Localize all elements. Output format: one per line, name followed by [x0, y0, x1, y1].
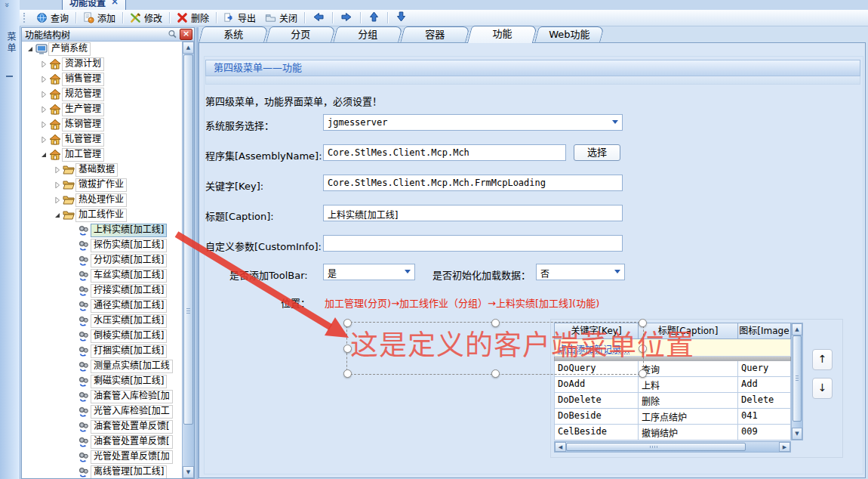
- resize-handle[interactable]: [491, 319, 500, 327]
- select-button[interactable]: 选择: [574, 144, 620, 161]
- tree-node[interactable]: 测量点实绩[加工线: [22, 359, 183, 374]
- tab-close-icon[interactable]: ×: [111, 0, 119, 6]
- collapsed-triangle-icon[interactable]: [38, 90, 49, 99]
- collapse-chevron-icon[interactable]: »: [2, 2, 12, 8]
- expanded-triangle-icon[interactable]: [52, 211, 63, 220]
- toolbar-button-modify[interactable]: 修改: [125, 11, 167, 25]
- custominfo-field[interactable]: [323, 235, 623, 252]
- tab-分页[interactable]: 分页: [266, 26, 336, 42]
- tree-node[interactable]: 光管处置单反馈[加: [22, 450, 183, 465]
- resize-handle[interactable]: [343, 319, 352, 327]
- tree-node[interactable]: 车丝实绩[加工线]: [22, 268, 183, 283]
- grid-hscrollbar-thumb[interactable]: [566, 443, 746, 451]
- resize-handle[interactable]: [491, 369, 500, 378]
- tree-node[interactable]: 油套管处置单反馈[: [22, 434, 183, 450]
- init-load-combo[interactable]: 否: [536, 264, 625, 280]
- menu-dock-strip[interactable]: » 菜单: [0, 0, 20, 479]
- resize-handle[interactable]: [639, 319, 647, 327]
- table-row[interactable]: DoDelete删除Delete: [554, 393, 791, 409]
- tree-node[interactable]: 光管入库检验[加工: [22, 404, 183, 419]
- scroll-right-icon[interactable]: ▶: [779, 442, 790, 452]
- scroll-up-icon[interactable]: ▲: [792, 323, 802, 335]
- assembly-field[interactable]: Core.StlMes.Client.Mcp.Mch: [323, 144, 566, 161]
- service-combo[interactable]: jgmesserver: [323, 114, 623, 131]
- tab-系统[interactable]: 系统: [199, 26, 269, 42]
- toolbar-flag-combo[interactable]: 是: [323, 264, 415, 280]
- tree-node[interactable]: 生产管理: [22, 102, 183, 117]
- table-row[interactable]: CelBeside撤销结炉009: [554, 425, 791, 440]
- collapsed-triangle-icon[interactable]: [38, 105, 49, 114]
- tree-node[interactable]: 分切实绩[加工线]: [22, 253, 183, 268]
- tree-node[interactable]: 剩磁实绩[加工线]: [22, 374, 183, 389]
- scroll-left-icon[interactable]: ◀: [555, 442, 566, 452]
- tree-node[interactable]: 油套管处置单反馈[: [22, 419, 183, 434]
- toolbar-button-delete[interactable]: 删除: [172, 11, 214, 25]
- tab-功能[interactable]: 功能: [467, 26, 537, 43]
- tree-scrollbar[interactable]: ▲ ▼: [182, 42, 194, 478]
- toolbar-grip[interactable]: [23, 13, 28, 23]
- table-row[interactable]: DoAdd上料Add: [554, 377, 791, 393]
- collapsed-triangle-icon[interactable]: [52, 196, 63, 205]
- tree-node[interactable]: 规范管理: [22, 87, 183, 102]
- column-header[interactable]: 图标[Image: [738, 323, 791, 339]
- chevron-down-icon[interactable]: [405, 270, 411, 273]
- nav-left-button[interactable]: [307, 11, 330, 26]
- toolbar-button-close[interactable]: 关闭: [260, 11, 302, 25]
- tree-node[interactable]: 拧接实绩[加工线]: [22, 283, 183, 298]
- tab-分组[interactable]: 分组: [333, 26, 403, 42]
- nav-right-button[interactable]: [335, 11, 358, 26]
- tree-node[interactable]: 炼钢管理: [22, 117, 183, 132]
- tree-node[interactable]: 热处理作业: [22, 193, 183, 208]
- grid-horizontal-scrollbar[interactable]: ◀ ▶: [554, 441, 791, 453]
- panel-close-button[interactable]: ×: [180, 29, 192, 40]
- tree-node[interactable]: 基础数据: [22, 162, 183, 178]
- toolbar-button-export[interactable]: 导出: [219, 11, 260, 25]
- tree-node[interactable]: 加工管理: [22, 147, 183, 162]
- scroll-down-icon[interactable]: ▼: [183, 466, 194, 478]
- collapsed-triangle-icon[interactable]: [38, 75, 49, 84]
- chevron-down-icon[interactable]: [614, 270, 620, 273]
- nav-up-button[interactable]: [363, 10, 385, 26]
- scroll-down-icon[interactable]: ▼: [792, 428, 802, 440]
- menu-strip-label[interactable]: 菜单: [5, 32, 17, 54]
- caption-field[interactable]: 上料实绩[加工线]: [323, 205, 623, 221]
- chevron-down-icon[interactable]: [612, 120, 618, 124]
- tree-node[interactable]: 上料实绩[加工线]: [22, 223, 183, 238]
- collapsed-triangle-icon[interactable]: [38, 120, 49, 129]
- toolbar-button-add[interactable]: 添加: [78, 11, 120, 25]
- tree-node[interactable]: 轧管管理: [22, 132, 183, 147]
- toolbar-button-query[interactable]: 查询: [32, 11, 73, 25]
- collapsed-triangle-icon[interactable]: [38, 60, 49, 69]
- nav-down-button[interactable]: [390, 10, 412, 26]
- tree-node[interactable]: 加工线作业: [22, 208, 183, 223]
- table-row[interactable]: DoBeside工序点结炉041: [554, 409, 791, 425]
- grid-vertical-scrollbar[interactable]: ▲ ▼: [791, 323, 803, 440]
- tree-node[interactable]: 油套管入库检验[加: [22, 389, 183, 404]
- key-field[interactable]: Core.StlMes.Client.Mcp.Mch.FrmMcpLoading: [323, 175, 623, 191]
- expanded-triangle-icon[interactable]: [38, 150, 49, 159]
- pin-icon[interactable]: [167, 29, 178, 40]
- tree-node[interactable]: 倒棱实绩[加工线]: [22, 329, 183, 344]
- tree-node[interactable]: 镦拔扩作业: [22, 178, 183, 193]
- document-tab[interactable]: 功能设置 ×: [62, 0, 126, 11]
- collapsed-triangle-icon[interactable]: [38, 135, 49, 144]
- tree-node[interactable]: 通径实绩[加工线]: [22, 298, 183, 314]
- collapsed-triangle-icon[interactable]: [52, 165, 63, 175]
- collapsed-triangle-icon[interactable]: [52, 181, 63, 190]
- tree-scrollbar-thumb[interactable]: [183, 54, 193, 425]
- row-up-button[interactable]: ↑: [812, 349, 833, 370]
- scroll-up-icon[interactable]: ▲: [183, 42, 194, 54]
- tree-node[interactable]: 水压实绩[加工线]: [22, 314, 183, 329]
- tree-node[interactable]: 销售管理: [22, 72, 183, 87]
- grid-scrollbar-thumb[interactable]: [793, 335, 802, 422]
- tab-容器[interactable]: 容器: [400, 26, 470, 42]
- tree-node[interactable]: 离线管理[加工线]: [22, 465, 183, 478]
- tree-node[interactable]: 产销系统: [22, 42, 183, 57]
- expanded-triangle-icon[interactable]: [25, 45, 35, 54]
- tab-Web功能[interactable]: Web功能: [534, 26, 605, 42]
- row-down-button[interactable]: ↓: [812, 378, 833, 399]
- tree-node[interactable]: 打捆实绩[加工线]: [22, 344, 183, 359]
- resize-handle[interactable]: [343, 369, 352, 378]
- tree-node[interactable]: 资源计划: [22, 57, 183, 72]
- resize-handle[interactable]: [639, 369, 647, 378]
